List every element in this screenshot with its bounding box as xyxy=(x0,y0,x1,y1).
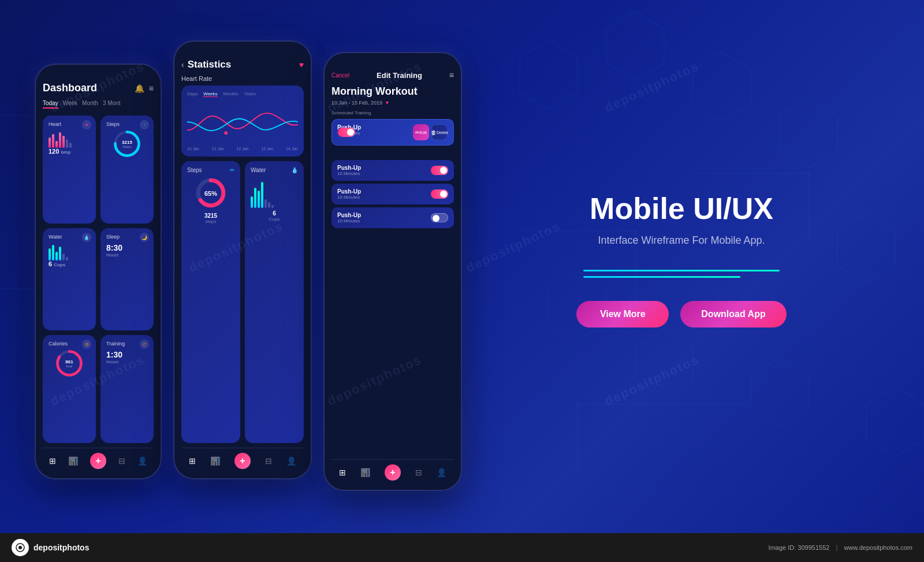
toggle-thumb-3 xyxy=(440,191,447,198)
stats-water-label: Water xyxy=(251,167,266,173)
menu-button[interactable]: ≡ xyxy=(449,70,454,80)
nav-fitness-icon-3[interactable]: ⊟ xyxy=(415,468,422,477)
workout-date: 10 Jan - 15 Feb, 2019 ▼ xyxy=(331,100,454,106)
phone3-edit-training: Cancel Edit Training ≡ Morning Workout 1… xyxy=(323,52,462,491)
tab-3month[interactable]: 3 Mont xyxy=(103,100,121,109)
phone2-statistics: ‹ Statistics ♥ Heart Rate Days Weeks Mon… xyxy=(173,40,312,479)
toggle-thumb-2 xyxy=(440,167,447,174)
calories-circle: 861 kcal xyxy=(55,349,84,378)
dropdown-icon[interactable]: ▼ xyxy=(385,100,390,106)
water-bars xyxy=(49,243,90,260)
nav-home-icon-3[interactable]: ⊞ xyxy=(339,468,346,477)
stats-water-unit: Cups xyxy=(251,217,298,222)
phone2-notch xyxy=(225,42,260,53)
date-label: 13 Jan xyxy=(261,147,273,151)
bar xyxy=(52,134,54,148)
dashboard-title: Dashboard xyxy=(43,82,97,94)
nav-profile-icon-2[interactable]: 👤 xyxy=(286,456,296,466)
exercise-3-details: Push-Up 10 Minutes xyxy=(337,188,361,200)
calories-icon: ⚙ xyxy=(82,340,91,349)
exercise-3-name: Push-Up xyxy=(337,188,361,195)
toggle-4[interactable] xyxy=(431,213,448,222)
deposit-logo: depositphotos xyxy=(12,539,89,556)
chart-tab-years[interactable]: Years xyxy=(244,91,256,97)
nav-add-button-2[interactable]: + xyxy=(234,453,251,469)
steps-edit-icon[interactable]: ✏ xyxy=(230,167,234,173)
water-card: 💧 Water 6 Cups xyxy=(43,228,96,330)
nav-chart-icon-2[interactable]: 📊 xyxy=(210,456,220,466)
cancel-button[interactable]: Cancel xyxy=(331,72,349,79)
training-icon: ⏱ xyxy=(140,340,149,349)
tab-today[interactable]: Today xyxy=(43,100,58,109)
nav-profile-icon-3[interactable]: 👤 xyxy=(437,468,446,477)
heart-fav-icon[interactable]: ♥ xyxy=(299,60,304,69)
bar xyxy=(66,139,68,148)
heart-rate-label: Heart Rate xyxy=(181,75,304,82)
bar xyxy=(55,252,58,260)
bar xyxy=(251,196,253,208)
tab-week[interactable]: Week xyxy=(63,100,77,109)
water-icon: 💧 xyxy=(82,233,91,242)
deposit-brand-text: depositphotos xyxy=(33,543,89,552)
view-more-button[interactable]: View More xyxy=(576,301,669,327)
stats-steps-value: 3215 xyxy=(187,213,234,219)
edit-training-header: Cancel Edit Training ≡ xyxy=(331,70,454,80)
bar xyxy=(264,199,267,208)
nav-add-button-3[interactable]: + xyxy=(385,464,401,481)
nav-profile-icon[interactable]: 👤 xyxy=(137,456,147,466)
water-edit-icon[interactable]: 💧 xyxy=(291,167,298,173)
nav-add-button[interactable]: + xyxy=(90,453,106,469)
heart-bars xyxy=(49,131,90,148)
bar xyxy=(268,202,270,208)
nav-fitness-icon-2[interactable]: ⊟ xyxy=(265,456,272,466)
download-app-button[interactable]: Download App xyxy=(680,301,786,327)
date-label: 10 Jan xyxy=(187,147,199,151)
stats-header: ‹ Statistics ♥ xyxy=(181,59,304,70)
menu-icon[interactable]: ≡ xyxy=(149,84,154,93)
chart-tab-months[interactable]: Months xyxy=(223,91,239,97)
nav-chart-icon[interactable]: 📊 xyxy=(68,456,78,466)
image-id-label: Image ID: xyxy=(769,544,796,551)
steps-icon: ↑ xyxy=(140,120,149,129)
footer-website: www.depositphotos.com xyxy=(844,544,912,551)
bar xyxy=(59,247,61,260)
date-label: 11 Jan xyxy=(212,147,224,151)
toggle-3[interactable] xyxy=(431,189,448,199)
stats-water-bars xyxy=(251,179,298,208)
divider-line-1 xyxy=(583,270,780,271)
bar xyxy=(258,191,260,208)
bar xyxy=(59,132,61,148)
calories-card: ⚙ Calories 861 kcal xyxy=(43,335,96,443)
training-unit: Hours xyxy=(106,359,148,364)
bar xyxy=(62,254,65,260)
chart-tab-days[interactable]: Days xyxy=(187,91,198,97)
nav-chart-icon-3[interactable]: 📊 xyxy=(360,468,370,477)
chart-tabs: Days Weeks Months Years xyxy=(187,91,298,97)
exercise-2-name: Push-Up xyxy=(337,165,361,171)
chart-tab-weeks[interactable]: Weeks xyxy=(203,91,217,97)
sleep-value: 8:30 xyxy=(106,243,148,252)
bar xyxy=(49,137,51,148)
bell-icon[interactable]: 🔔 xyxy=(135,84,144,93)
tab-month[interactable]: Month xyxy=(82,100,98,109)
nav-home-icon[interactable]: ⊞ xyxy=(49,456,56,466)
bar xyxy=(69,143,72,148)
svg-point-30 xyxy=(224,131,228,135)
bottom-nav-3: ⊞ 📊 + ⊟ 👤 xyxy=(331,459,454,483)
toggle-1[interactable] xyxy=(338,128,355,137)
exercise-3-duration: 10 Minutes xyxy=(337,195,361,200)
back-arrow-icon[interactable]: ‹ xyxy=(181,60,184,69)
exercise-4-duration: 10 Minutes xyxy=(337,218,361,224)
steps-circle: 3215 Steps xyxy=(113,129,141,158)
heart-rate-chart: Days Weeks Months Years 10 Jan 11 Jan xyxy=(181,85,304,157)
nav-home-icon-2[interactable]: ⊞ xyxy=(189,456,196,466)
exercise-item-4: Push-Up 10 Minutes xyxy=(331,207,454,228)
exercise-4-name: Push-Up xyxy=(337,212,361,218)
main-headline: Mobile UI/UX xyxy=(590,192,773,225)
toggle-2[interactable] xyxy=(431,166,448,175)
heart-value: 120 bmp xyxy=(49,148,90,155)
bar xyxy=(261,182,263,208)
nav-fitness-icon[interactable]: ⊟ xyxy=(118,456,125,466)
phone1-notch xyxy=(81,65,116,76)
stats-bottom-grid: Steps ✏ 65% 3215 steps xyxy=(181,161,304,443)
